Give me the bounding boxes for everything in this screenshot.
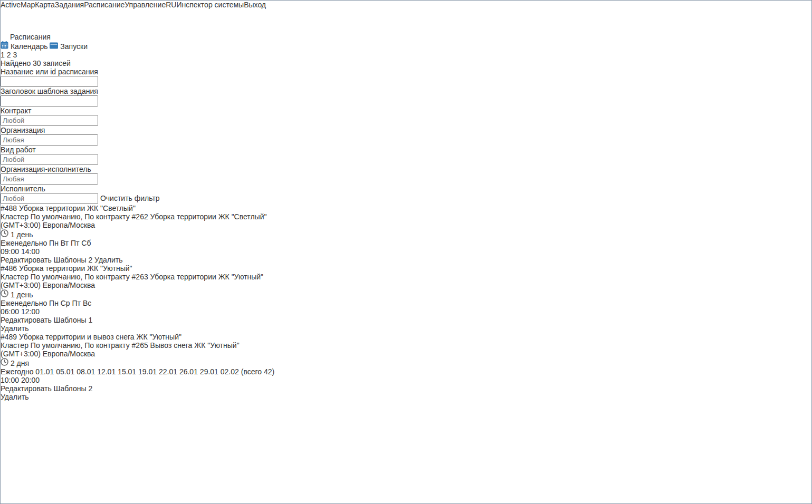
templates-group[interactable]: Шаблоны 2 (54, 256, 95, 264)
timezone-label: (GMT+3:00) Европа/Москва (1, 221, 811, 229)
records-found-label: Найдено 30 записей (1, 59, 811, 67)
edit-link[interactable]: Редактировать (1, 384, 52, 393)
templates-group[interactable]: Шаблоны 1 (54, 316, 93, 324)
view-button-schedules[interactable]: Расписания (1, 32, 811, 41)
delete-link[interactable]: Удалить (1, 324, 28, 333)
templates-link[interactable]: Шаблоны (54, 384, 87, 393)
time-chip: 10:00 (1, 376, 19, 384)
days-row: Еженедельно Пн Вт Пт Сб (1, 239, 811, 247)
main-content: Название или id расписания Заголовок шаб… (1, 67, 811, 401)
organization-select[interactable] (1, 134, 98, 146)
view-calendar-label: Календарь (11, 42, 48, 51)
executor-org-select[interactable] (1, 173, 98, 185)
nav-tab-map[interactable]: Карта (35, 1, 54, 32)
top-navbar: ActiveMap Карта Задания Расписание Управ… (1, 1, 811, 32)
recurrence-label: Еженедельно (1, 299, 47, 307)
filter-label-schedule-name: Название или id расписания (1, 67, 811, 76)
day-chip: Пт (71, 239, 79, 247)
pagination-page-3-current[interactable]: 3 (13, 51, 17, 59)
pagination-page-1[interactable]: 1 (1, 51, 5, 59)
view-link-calendar[interactable]: Календарь (1, 42, 50, 51)
time-chip: 09:00 (1, 247, 19, 256)
delete-link[interactable]: Удалить (94, 256, 122, 264)
schedule-card-488: #488 Уборка территории ЖК "Светлый" Клас… (1, 204, 811, 264)
date-chip: 05.01 (56, 367, 74, 376)
card-footer: Редактировать Шаблоны 1 Удалить (1, 316, 811, 333)
launches-card-icon (50, 42, 60, 51)
contract-label: По контракту (84, 273, 129, 281)
day-chip: Ср (61, 299, 70, 307)
time-chip: 06:00 (1, 307, 19, 316)
nav-tab-schedule[interactable]: Расписание (84, 1, 125, 32)
app-window: ActiveMap Карта Задания Расписание Управ… (0, 0, 812, 504)
card-footer: Редактировать Шаблоны 2 Удалить (1, 384, 811, 401)
template-title-input[interactable] (1, 95, 98, 106)
date-chip: 02.02 (221, 367, 239, 376)
cluster-label: Кластер (1, 273, 28, 281)
card-meta: Кластер По умолчанию, По контракту #262 … (1, 212, 811, 221)
filter-label-organization: Организация (1, 126, 811, 134)
nav-tab-tasks[interactable]: Задания (55, 1, 84, 32)
date-chip: 15.01 (118, 367, 136, 376)
schedule-cards: #488 Уборка территории ЖК "Светлый" Клас… (1, 204, 811, 401)
cluster-label: Кластер (1, 212, 28, 221)
cluster-value: По умолчанию (31, 212, 81, 221)
day-chip: Вт (61, 239, 69, 247)
timezone-label: (GMT+3:00) Европа/Москва (1, 350, 811, 358)
templates-link[interactable]: Шаблоны (54, 256, 87, 264)
separator: , (81, 273, 83, 281)
clock-icon (1, 359, 11, 367)
nav-item-system-inspector[interactable]: Инспектор системы (176, 1, 244, 32)
card-title: #486 Уборка территории ЖК "Уютный" (1, 264, 811, 273)
pagination: 1 2 3 (1, 51, 811, 59)
schedule-section: Ежегодно 01.01 05.01 08.01 12.01 15.01 1… (1, 367, 811, 384)
duration-row: 2 дня (1, 358, 811, 367)
nav-item-language-dropdown[interactable]: RU (166, 1, 176, 32)
separator: , (81, 341, 83, 350)
schedule-section: Еженедельно Пн Ср Пт Вс 06:00 12:00 (1, 299, 811, 316)
filter-label-executor-org: Организация-исполнитель (1, 165, 811, 173)
contract-value: #265 Вывоз снега ЖК "Уютный" (132, 341, 240, 350)
times-row: 06:00 12:00 (1, 307, 811, 316)
view-toolbar: Расписания Календарь (1, 32, 811, 67)
duration-row: 1 день (1, 289, 811, 299)
edit-link[interactable]: Редактировать (1, 316, 52, 324)
cluster-value: По умолчанию (31, 341, 81, 350)
view-link-launches[interactable]: Запуски (50, 42, 88, 51)
templates-count-badge: 2 (88, 256, 92, 264)
time-chip: 20:00 (21, 376, 40, 384)
schedule-card-489: #489 Уборка территории и вывоз снега ЖК … (1, 333, 811, 401)
dates-row: Ежегодно 01.01 05.01 08.01 12.01 15.01 1… (1, 367, 811, 376)
contract-select[interactable] (1, 115, 98, 126)
schedule-name-input[interactable] (1, 76, 98, 87)
work-type-select[interactable] (1, 154, 98, 165)
schedule-id: #489 (1, 333, 17, 341)
day-chip: Пн (49, 239, 59, 247)
date-chip: 22.01 (159, 367, 177, 376)
clock-icon (1, 230, 11, 239)
times-row: 10:00 20:00 (1, 376, 811, 384)
date-chip: 08.01 (77, 367, 95, 376)
contract-label: По контракту (84, 212, 129, 221)
templates-link[interactable]: Шаблоны (54, 316, 87, 324)
filter-label-contract: Контракт (1, 106, 811, 115)
day-chip: Вс (83, 299, 91, 307)
contract-value: #263 Уборка территории ЖК "Уютный" (132, 273, 264, 281)
cluster-value: По умолчанию (31, 273, 81, 281)
card-meta: Кластер По умолчанию, По контракту #263 … (1, 273, 811, 281)
clear-filter-link[interactable]: Очистить фильтр (100, 194, 160, 202)
templates-count-badge: 1 (88, 316, 92, 324)
executor-select[interactable] (1, 193, 98, 204)
pagination-page-2[interactable]: 2 (7, 51, 11, 59)
recurrence-label: Еженедельно (1, 239, 47, 247)
recurrence-label: Ежегодно (1, 367, 33, 376)
schedule-id: #488 (1, 204, 17, 212)
templates-group[interactable]: Шаблоны 2 (54, 384, 93, 393)
delete-link[interactable]: Удалить (1, 393, 28, 401)
cluster-label: Кластер (1, 341, 28, 350)
day-chip: Пн (49, 299, 59, 307)
edit-link[interactable]: Редактировать (1, 256, 52, 264)
schedule-card-486: #486 Уборка территории ЖК "Уютный" Класт… (1, 264, 811, 333)
nav-item-logout[interactable]: Выход (244, 1, 266, 32)
nav-item-management[interactable]: Управление (125, 1, 166, 32)
